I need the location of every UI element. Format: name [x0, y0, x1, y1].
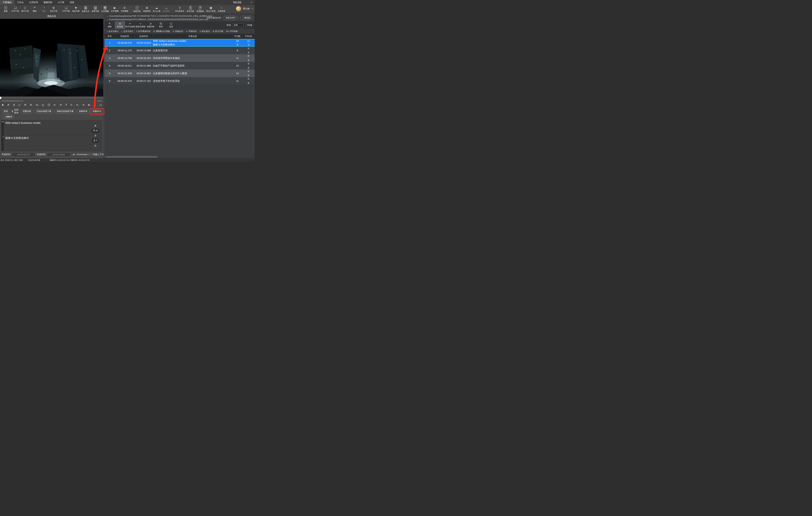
zoom-in-icon[interactable]: ⊕ [94, 124, 96, 127]
source-text-pane[interactable]: 28 With today's business model, [1, 120, 102, 135]
align-to-playhead-icon[interactable]: ⇤ [54, 104, 56, 106]
close-icon[interactable]: × [107, 19, 108, 21]
jump-next-icon[interactable]: ⇥ [82, 104, 84, 106]
tab-scissors[interactable]: ✂样式与效果 [125, 22, 135, 29]
toolbar-button[interactable]: ⊗关闭工程 [49, 5, 58, 13]
action-button[interactable]: 查词 [2, 109, 10, 114]
op-align-lines[interactable]: ≡对齐播放时间 [136, 30, 150, 33]
toolbar-button[interactable]: ↥导出多版本 [174, 5, 185, 13]
toolbar-button[interactable]: ∩在线客服 [216, 5, 226, 13]
title-style-icon[interactable]: Ⓣ [48, 104, 50, 106]
op-shift[interactable]: ≒平移时间 [186, 30, 197, 33]
toolbar-button[interactable]: ❏打开工程 [10, 5, 20, 13]
action-button[interactable]: 一键翻译 [2, 115, 14, 119]
op-merge-multi[interactable]: ⌐合并为多行 [121, 30, 134, 33]
action-button[interactable]: 机翻本句 [91, 109, 103, 114]
toolbar-button[interactable]: ▦单位计算器 [205, 5, 217, 13]
translation-count-badge[interactable]: 译 28 [91, 129, 99, 133]
seek-track[interactable] [0, 98, 103, 98]
align-block-icon[interactable]: ⊩ [70, 104, 73, 106]
table-row[interactable]: 300:00:13,75600:00:16,342供应链管理面临许多挑战1104 [105, 54, 255, 62]
seek-knob[interactable] [0, 97, 1, 99]
jump-prev-icon[interactable]: ⇤ [76, 104, 79, 106]
op-split[interactable]: ⊞拆分字幕 [212, 30, 223, 33]
volume-icon[interactable]: ◁ [99, 104, 102, 106]
forward-3s-icon[interactable]: ↻+3 [30, 104, 32, 106]
toolbar-button[interactable]: ▶打开视频 [110, 5, 120, 13]
zoom-out-icon[interactable]: ⊖ [94, 144, 96, 147]
chevron-right-icon[interactable]: › [105, 156, 106, 158]
move-subtitle-icon[interactable]: ✛ [60, 104, 62, 106]
toolbar-button[interactable]: ?使用教程 [195, 5, 205, 13]
tab-sliders[interactable]: ≣时间轴 [115, 22, 125, 29]
horizontal-scrollbar[interactable] [105, 155, 255, 158]
action-button[interactable]: 智能识别画面字幕 [55, 109, 76, 114]
user-chip[interactable]: 曹方林 ▼ [236, 6, 253, 11]
stop-icon[interactable]: ■ [2, 104, 4, 106]
tab-curve[interactable]: ∿图形化调轴 [135, 22, 146, 29]
table-row[interactable]: 600:00:25,47600:00:27,102还有效率低下的付款系统1106 [105, 77, 255, 85]
tab-stopwatch[interactable]: ◷智能纠错 [146, 22, 156, 29]
avatar[interactable] [236, 6, 241, 11]
forward-1s-icon[interactable]: ↻+1 [24, 104, 26, 106]
toolbar-button[interactable]: ▯保存工程 [20, 5, 30, 13]
menu-item[interactable]: 小工具 [55, 0, 67, 5]
video-player[interactable] [0, 19, 103, 96]
toolbar-button[interactable]: ≣追加文本 [81, 5, 90, 13]
table-row[interactable]: 100:00:08,37000:00:10,628With today's bu… [105, 39, 255, 47]
swap-vertical-icon[interactable]: ⇵ [94, 134, 96, 137]
menu-item[interactable]: 文件队列 [27, 0, 41, 5]
menu-item[interactable]: 视频压制 [41, 0, 55, 5]
target-text-pane[interactable]: 9 随着今天的商业模式 [1, 135, 102, 151]
rewind-1s-icon[interactable]: ↺-1 [13, 104, 15, 106]
original-count-badge[interactable]: 原 9 [92, 139, 99, 143]
toolbar-button[interactable]: ☁存入云端 [152, 5, 162, 13]
locate-current-icon[interactable]: ⊕ [88, 104, 90, 106]
tab-info-circle[interactable]: ⓘ信息 [166, 22, 176, 29]
action-button[interactable]: 智能听译 [77, 109, 89, 114]
menu-item[interactable]: 字幕编辑 [0, 0, 14, 5]
toolbar-button[interactable]: ✚追加字幕 [71, 5, 81, 13]
system-message[interactable]: 系统消息 ∧ [233, 0, 255, 5]
toolbar-button[interactable]: Q查看字幕 [90, 5, 100, 13]
toolbar-button[interactable]: 空空白视频 [100, 5, 110, 13]
toolbar-button[interactable]: ⊞创建项目 [142, 5, 152, 13]
toolbar-button[interactable]: +新建 [1, 5, 10, 13]
toolbar-button[interactable]: ↥导出字幕 [185, 5, 195, 13]
time-clock-icon[interactable]: ◷ [42, 104, 44, 106]
toolbar-button[interactable]: ❏打开字幕 [61, 5, 71, 13]
toolbar-button[interactable]: ⊘关闭视频 [120, 5, 129, 13]
start-time-input[interactable] [12, 152, 35, 157]
table-row[interactable]: 400:00:19,01100:00:21,889比如不可靠的产品的可追踪性13… [105, 62, 255, 69]
end-time-input[interactable] [47, 152, 70, 157]
filter-select[interactable]: 全部 ▼ [232, 23, 245, 27]
toolbar-button[interactable]: ↷重做 [39, 5, 49, 13]
source-text[interactable]: With today's business model, [4, 120, 43, 135]
scrollbar-thumb[interactable] [106, 156, 157, 157]
chevron-up-icon[interactable]: ∧ [251, 1, 252, 3]
menu-item[interactable]: 设置 [67, 0, 77, 5]
table-row[interactable]: 500:00:22,30600:00:24,683以及被锁在数据仓库的中心数据1… [105, 69, 255, 77]
seek-bar[interactable] [0, 96, 103, 99]
caret-down-icon[interactable]: ▼ [252, 8, 253, 9]
table-row[interactable]: 200:00:11,17000:00:13,088以及按需交货603 [105, 47, 255, 54]
word-lookup-checkbox[interactable] [12, 110, 13, 112]
op-coaxial[interactable]: ⊫同轴合并 [173, 30, 183, 33]
one-click-compress-button[interactable]: 一键压制 [240, 16, 253, 20]
rewind-3s-icon[interactable]: ↺-3 [7, 104, 9, 106]
action-button[interactable]: 识别本画面字幕 [34, 109, 53, 114]
op-extend[interactable]: ⇥延长显示 [199, 30, 210, 33]
target-text[interactable]: 随着今天的商业模式 [4, 135, 30, 151]
tab-pencil[interactable]: ✎编辑 [105, 22, 115, 29]
op-min-gap[interactable]: ⊟调整最小行间隔 [153, 30, 170, 33]
swap-order-icon[interactable]: ⇵ [93, 104, 96, 106]
op-merge-single[interactable]: ⌐合并为单行 [107, 30, 119, 33]
tab-bubble[interactable]: Ⓠ智库 [156, 22, 166, 29]
close-icon[interactable]: × [107, 15, 108, 17]
op-fps[interactable]: FPSFPS转换 [226, 30, 238, 33]
convert-to-srt-button[interactable]: 转换为SRT [223, 16, 238, 20]
menu-item[interactable]: 工作台 [14, 0, 27, 5]
toolbar-button[interactable]: ☁云端文件 [162, 5, 171, 13]
shift-text-icon[interactable]: Ŧ [65, 104, 67, 106]
action-button[interactable]: 简繁转换 [21, 109, 33, 114]
